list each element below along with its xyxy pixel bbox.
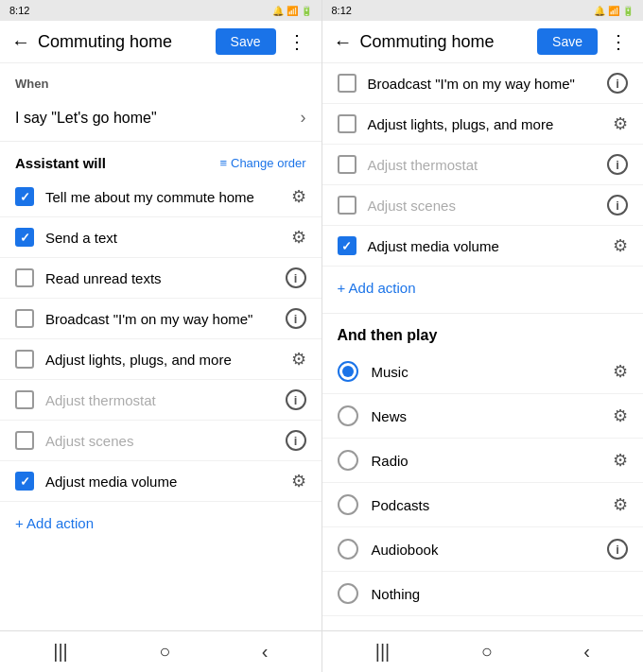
more-button-left[interactable]: ⋮ (284, 30, 310, 53)
radio-audiobook[interactable] (338, 539, 358, 560)
radio-news[interactable] (338, 405, 358, 426)
radio-podcasts[interactable] (338, 494, 358, 515)
checkbox-media-volume[interactable] (15, 472, 34, 491)
action-broadcast-label: Broadcast "I'm on my way home" (45, 311, 274, 327)
play-options-list: Music ⚙ News ⚙ Radio ⚙ Podcasts ⚙ Audiob… (322, 350, 644, 616)
play-option-music: Music ⚙ (322, 350, 644, 394)
action-broadcast: Broadcast "I'm on my way home" i (0, 299, 322, 339)
action-lights-r-label: Adjust lights, plugs, and more (368, 116, 602, 132)
action-read-texts: Read unread texts i (0, 258, 322, 299)
radio-music-label: Music (372, 364, 600, 380)
nav-back-left[interactable]: ‹ (262, 641, 269, 663)
page-title-left: Commuting home (38, 32, 208, 52)
add-action-right-label: + Add action (338, 280, 416, 296)
play-option-news: News ⚙ (322, 394, 644, 439)
action-media-volume-r: Adjust media volume ⚙ (322, 226, 644, 267)
back-button-left[interactable]: ← (11, 31, 30, 53)
action-thermostat-r: Adjust thermostat i (322, 145, 644, 185)
action-send-text: Send a text ⚙ (0, 217, 322, 258)
play-option-radio: Radio ⚙ (322, 439, 644, 483)
gear-icon-send-text[interactable]: ⚙ (291, 227, 306, 248)
action-media-volume: Adjust media volume ⚙ (0, 461, 322, 502)
checkbox-read-texts[interactable] (15, 268, 34, 287)
chevron-icon: › (301, 108, 306, 128)
play-option-podcasts: Podcasts ⚙ (322, 483, 644, 527)
gear-icon-podcasts[interactable]: ⚙ (613, 494, 628, 515)
action-broadcast-r-label: Broadcast "I'm on my way home" (368, 76, 597, 92)
checkbox-thermostat-r[interactable] (338, 155, 356, 174)
info-icon-read-texts[interactable]: i (286, 267, 306, 288)
nav-menu-right[interactable]: ||| (375, 641, 391, 663)
status-icons-right: 🔔 📶 🔋 (594, 6, 634, 16)
save-button-right[interactable]: Save (537, 28, 598, 55)
change-order-button[interactable]: ≡ Change order (219, 156, 305, 170)
top-bar-right: ← Commuting home Save ⋮ (322, 21, 644, 63)
checkbox-broadcast-r[interactable] (338, 74, 356, 93)
play-option-audiobook: Audiobook i (322, 527, 644, 572)
gear-icon-lights[interactable]: ⚙ (291, 349, 306, 370)
action-read-texts-label: Read unread texts (45, 270, 274, 286)
checkbox-lights[interactable] (15, 350, 34, 369)
action-lights-label: Adjust lights, plugs, and more (45, 352, 280, 368)
action-send-text-label: Send a text (45, 230, 280, 246)
gear-icon-news[interactable]: ⚙ (613, 405, 628, 426)
info-icon-scenes[interactable]: i (286, 430, 306, 451)
actions-list: Tell me about my commute home ⚙ Send a t… (0, 177, 322, 502)
action-tell-commute-label: Tell me about my commute home (45, 189, 280, 205)
assistant-header: Assistant will ≡ Change order (0, 142, 322, 177)
checkbox-scenes[interactable] (15, 431, 34, 450)
checkbox-lights-r[interactable] (338, 114, 356, 133)
radio-nothing[interactable] (338, 583, 358, 604)
info-icon-audiobook[interactable]: i (607, 539, 628, 560)
add-action-right[interactable]: + Add action (322, 267, 644, 309)
info-icon-thermostat-r[interactable]: i (607, 154, 628, 175)
left-panel: 8:12 🔔 📶 🔋 ← Commuting home Save ⋮ When … (0, 0, 322, 672)
action-scenes-r: Adjust scenes i (322, 185, 644, 226)
action-scenes-r-label: Adjust scenes (368, 198, 597, 214)
gear-icon-media-volume[interactable]: ⚙ (291, 471, 306, 491)
radio-music[interactable] (338, 361, 358, 382)
action-scenes-label: Adjust scenes (45, 433, 274, 449)
gear-icon-music[interactable]: ⚙ (613, 361, 628, 382)
checkbox-tell-commute[interactable] (15, 187, 34, 206)
radio-news-label: News (372, 408, 600, 424)
gear-icon-media-volume-r[interactable]: ⚙ (613, 235, 628, 256)
back-button-right[interactable]: ← (334, 31, 353, 53)
action-media-volume-label: Adjust media volume (45, 474, 280, 490)
radio-audiobook-label: Audiobook (372, 542, 595, 558)
info-icon-broadcast-r[interactable]: i (607, 73, 628, 94)
info-icon-scenes-r[interactable]: i (607, 195, 628, 215)
status-bar-left: 8:12 🔔 📶 🔋 (0, 0, 322, 21)
gear-icon-lights-r[interactable]: ⚙ (613, 113, 628, 134)
when-label: When (0, 63, 322, 95)
radio-radio[interactable] (338, 450, 358, 471)
bottom-nav-right: ||| ○ ‹ (322, 630, 644, 672)
checkbox-scenes-r[interactable] (338, 196, 356, 215)
nav-menu-left[interactable]: ||| (53, 641, 68, 663)
nav-back-right[interactable]: ‹ (583, 641, 590, 663)
trigger-text: I say "Let's go home" (15, 110, 157, 127)
add-action-left[interactable]: + Add action (0, 502, 322, 544)
lines-icon: ≡ (219, 156, 227, 170)
info-icon-broadcast[interactable]: i (286, 308, 306, 329)
gear-icon-tell-commute[interactable]: ⚙ (291, 186, 306, 207)
action-scenes: Adjust scenes i (0, 421, 322, 461)
checkbox-broadcast[interactable] (15, 309, 34, 328)
info-icon-thermostat[interactable]: i (286, 389, 306, 410)
left-content: When I say "Let's go home" › Assistant w… (0, 63, 322, 630)
checkbox-send-text[interactable] (15, 228, 34, 247)
save-button-left[interactable]: Save (216, 28, 276, 55)
gear-icon-radio[interactable]: ⚙ (613, 450, 628, 471)
more-button-right[interactable]: ⋮ (605, 30, 632, 53)
add-action-left-label: + Add action (15, 515, 94, 531)
checkbox-media-volume-r[interactable] (338, 236, 356, 255)
trigger-row[interactable]: I say "Let's go home" › (0, 95, 322, 142)
action-thermostat: Adjust thermostat i (0, 380, 322, 421)
nav-home-left[interactable]: ○ (159, 641, 170, 663)
checkbox-thermostat[interactable] (15, 390, 34, 409)
nav-home-right[interactable]: ○ (481, 641, 493, 663)
action-thermostat-r-label: Adjust thermostat (368, 157, 597, 173)
status-time-left: 8:12 (9, 5, 29, 16)
action-lights: Adjust lights, plugs, and more ⚙ (0, 339, 322, 380)
radio-nothing-label: Nothing (372, 586, 629, 602)
